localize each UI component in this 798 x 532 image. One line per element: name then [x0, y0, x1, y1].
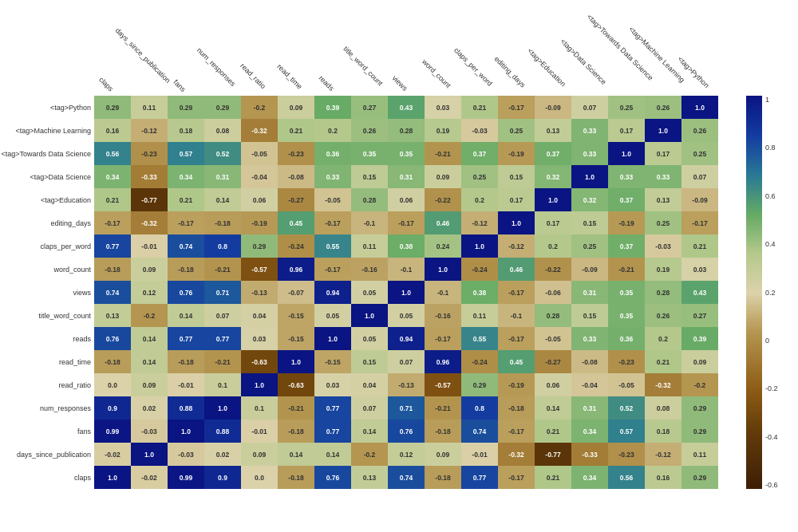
heatmap-cell: 0.29 [681, 466, 718, 489]
heatmap-cell: 1.0 [388, 281, 425, 304]
heatmap-cell: 0.17 [608, 119, 645, 142]
row-label: read_ratio [8, 373, 94, 396]
heatmap-cell: -0.33 [571, 443, 608, 466]
heatmap-cell: -0.1 [388, 258, 425, 281]
heatmap-cell: 0.35 [608, 281, 645, 304]
heatmap-cell: -0.1 [498, 304, 535, 327]
heatmap-cell: 1.0 [204, 396, 241, 420]
table-row: 0.90.020.881.00.1-0.210.770.070.71-0.210… [94, 396, 718, 420]
heatmap-cell: 0.05 [351, 327, 388, 350]
row-label: title_word_count [8, 304, 94, 327]
heatmap-cell: -0.01 [168, 373, 204, 396]
heatmap-cell: 0.17 [535, 211, 571, 234]
heatmap-cell: 0.14 [131, 327, 168, 350]
col-label: <tag>Education [535, 8, 571, 96]
heatmap-cell: 0.0 [94, 373, 131, 396]
heatmap-cell: 0.35 [608, 304, 645, 327]
table-row: 0.21-0.770.210.140.06-0.27-0.050.280.06-… [94, 188, 718, 211]
heatmap-cell: -0.1 [351, 211, 388, 234]
heatmap-cell: -0.32 [645, 373, 681, 396]
heatmap-cell: 0.26 [645, 304, 681, 327]
heatmap-cell: -0.23 [131, 142, 168, 165]
heatmap-cell: 0.94 [314, 281, 351, 304]
heatmap-cell: -0.03 [131, 420, 168, 443]
heatmap-grid: 0.290.110.290.29-0.20.090.390.270.430.03… [94, 96, 718, 489]
heatmap-cell: 0.03 [425, 96, 461, 119]
heatmap-cell: 1.0 [314, 327, 351, 350]
heatmap-cell: -0.05 [608, 373, 645, 396]
heatmap-cell: -0.2 [131, 304, 168, 327]
heatmap-cell: -0.05 [241, 142, 278, 165]
heatmap-cell: 0.77 [314, 396, 351, 420]
heatmap-cell: -0.08 [278, 165, 314, 188]
heatmap-cell: 0.33 [571, 119, 608, 142]
row-label: num_responses [8, 396, 94, 420]
heatmap-cell: -0.23 [278, 142, 314, 165]
heatmap-cell: -0.18 [425, 466, 461, 489]
heatmap-cell: 1.0 [425, 258, 461, 281]
heatmap-cell: 1.0 [681, 96, 718, 119]
heatmap-cell: -0.18 [278, 466, 314, 489]
heatmap-cell: 0.28 [388, 119, 425, 142]
heatmap-cell: -0.23 [608, 443, 645, 466]
col-label: num_responses [204, 8, 241, 96]
heatmap-cell: 0.52 [204, 142, 241, 165]
heatmap-cell: -0.21 [425, 142, 461, 165]
heatmap-cell: -0.12 [461, 211, 498, 234]
table-row: -0.180.14-0.18-0.21-0.631.0-0.150.150.07… [94, 350, 718, 373]
table-row: 1.0-0.020.990.90.0-0.180.760.130.74-0.18… [94, 466, 718, 489]
heatmap-cell: -0.17 [498, 327, 535, 350]
heatmap-cell: 0.14 [535, 396, 571, 420]
heatmap-cell: 1.0 [461, 234, 498, 258]
heatmap-cell: 0.18 [645, 420, 681, 443]
col-label-text: views [391, 74, 409, 93]
heatmap-cell: 0.06 [388, 188, 425, 211]
heatmap-cell: 0.96 [278, 258, 314, 281]
heatmap-cell: 0.45 [278, 211, 314, 234]
heatmap-cell: -0.18 [94, 350, 131, 373]
heatmap-cell: 0.46 [425, 211, 461, 234]
table-row: 0.00.09-0.010.11.0-0.630.030.04-0.13-0.5… [94, 373, 718, 396]
heatmap-cell: -0.18 [168, 258, 204, 281]
heatmap-cell: 0.27 [351, 96, 388, 119]
row-label: <tag>Education [8, 188, 94, 211]
col-label-text: claps [97, 76, 115, 93]
row-label: word_count [8, 258, 94, 281]
heatmap-cell: -0.17 [498, 281, 535, 304]
heatmap-cell: 0.21 [168, 188, 204, 211]
heatmap-cell: 0.39 [314, 96, 351, 119]
heatmap-cell: 0.24 [425, 234, 461, 258]
heatmap-cell: 0.15 [571, 211, 608, 234]
row-label: fans [8, 420, 94, 443]
col-label-text: word_count [421, 58, 452, 90]
heatmap-cell: -0.01 [131, 234, 168, 258]
heatmap-cell: 0.14 [314, 443, 351, 466]
heatmap-cell: 0.05 [351, 281, 388, 304]
heatmap-cell: 0.74 [388, 466, 425, 489]
heatmap-cell: -0.17 [314, 211, 351, 234]
heatmap-cell: -0.18 [425, 420, 461, 443]
heatmap-cell: 0.11 [461, 304, 498, 327]
heatmap-cell: -0.27 [535, 350, 571, 373]
heatmap-cell: 0.11 [681, 443, 718, 466]
heatmap-cell: 0.88 [168, 396, 204, 420]
heatmap-cell: 1.0 [608, 142, 645, 165]
heatmap-cell: -0.18 [498, 396, 535, 420]
heatmap-cell: 0.14 [351, 420, 388, 443]
heatmap-cell: -0.03 [645, 234, 681, 258]
heatmap-cell: 1.0 [498, 211, 535, 234]
heatmap-cell: -0.22 [535, 258, 571, 281]
colorbar-tick: 0.2 [765, 289, 778, 297]
table-row: 0.56-0.230.570.52-0.05-0.230.360.350.35-… [94, 142, 718, 165]
heatmap-cell: -0.03 [461, 119, 498, 142]
heatmap-cell: 0.29 [168, 96, 204, 119]
heatmap-cell: 0.94 [388, 327, 425, 350]
heatmap-cell: 0.18 [168, 119, 204, 142]
heatmap-cell: -0.13 [241, 281, 278, 304]
heatmap-cell: -0.2 [351, 443, 388, 466]
heatmap-cell: -0.03 [168, 443, 204, 466]
heatmap-cell: 0.02 [204, 443, 241, 466]
heatmap-cell: 0.57 [168, 142, 204, 165]
heatmap-cell: 0.76 [168, 281, 204, 304]
table-row: 0.99-0.031.00.88-0.01-0.180.770.140.76-0… [94, 420, 718, 443]
